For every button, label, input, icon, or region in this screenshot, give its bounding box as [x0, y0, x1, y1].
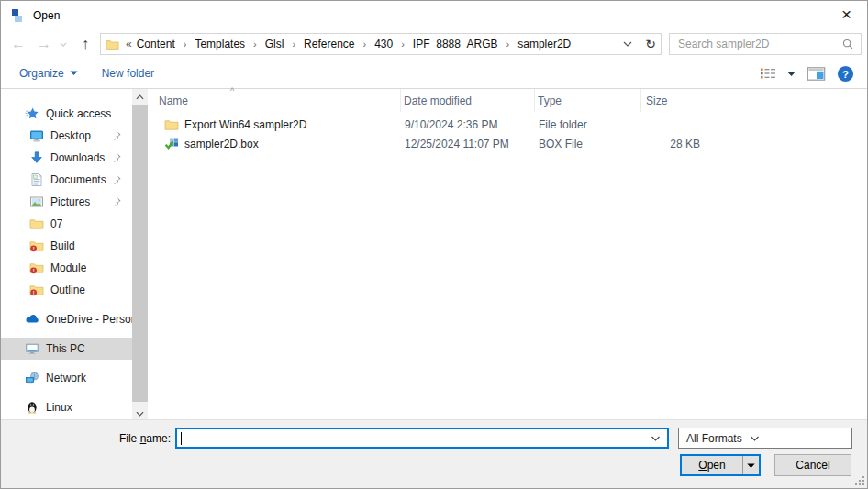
file-name-cell: Export Win64 sampler2D	[148, 117, 401, 132]
organize-label: Organize	[19, 67, 64, 80]
sidebar-item-pictures[interactable]: Pictures	[1, 191, 132, 213]
breadcrumb-item[interactable]: 430	[370, 34, 397, 54]
up-icon: ↑	[82, 36, 89, 52]
command-toolbar: Organize New folder ?	[1, 58, 867, 89]
breadcrumb-item[interactable]: Glsl	[261, 34, 289, 54]
open-label: pen	[707, 459, 726, 472]
file-size-cell: 28 KB	[641, 138, 718, 150]
pin-icon	[111, 152, 122, 163]
text-caret	[181, 432, 182, 445]
sidebar-item-label: Module	[50, 261, 86, 274]
preview-pane-button[interactable]	[807, 67, 826, 81]
sidebar-item-label: Pictures	[50, 195, 90, 208]
breadcrumb-item[interactable]: IPF_8888_ARGB	[408, 34, 503, 54]
network-icon	[25, 371, 39, 385]
help-button[interactable]: ?	[837, 65, 854, 83]
breadcrumb-item[interactable]: Templates	[190, 34, 250, 54]
crumb-separator[interactable]: ›	[397, 39, 408, 50]
chevron-down-icon	[750, 436, 760, 441]
file-type-cell: File folder	[535, 118, 641, 131]
linux-icon	[25, 400, 39, 415]
new-folder-button[interactable]: New folder	[102, 67, 154, 80]
breadcrumb-item[interactable]: Content	[132, 34, 180, 54]
file-name-text: sampler2D.box	[184, 138, 259, 150]
open-button[interactable]: Open	[682, 456, 742, 474]
sidebar-scrollbar[interactable]	[132, 89, 148, 421]
open-accesskey: O	[698, 459, 707, 472]
address-dropdown-button[interactable]	[623, 41, 632, 47]
sidebar-item-quick-access[interactable]: Quick access	[1, 103, 132, 125]
sidebar-item-label: Downloads	[50, 151, 105, 164]
details-view-icon	[760, 67, 776, 80]
sidebar-item-outline[interactable]: !Outline	[1, 279, 132, 301]
file-name-input[interactable]	[175, 428, 669, 449]
sidebar-item-module[interactable]: !Module	[1, 257, 132, 279]
sidebar-item-documents[interactable]: Documents	[1, 169, 132, 191]
up-button[interactable]: ↑	[74, 30, 96, 58]
views-dropdown-button[interactable]	[787, 72, 796, 76]
pin-icon	[111, 196, 122, 207]
sidebar-item-build[interactable]: !Build	[1, 235, 132, 257]
app-icon	[10, 8, 25, 23]
sidebar-item-network[interactable]: Network	[1, 367, 132, 389]
breadcrumb-overflow[interactable]: «	[126, 38, 132, 50]
crumb-separator[interactable]: ›	[288, 39, 299, 50]
navigation-bar: ← → ↑ « Content›Templates›Glsl›Reference…	[1, 30, 867, 58]
chevron-down-icon	[651, 436, 661, 441]
column-header-name[interactable]: Name	[148, 89, 401, 112]
sidebar-item-label: Network	[46, 372, 86, 384]
format-select[interactable]: All Formats	[678, 428, 852, 449]
crumb-separator[interactable]: ›	[180, 39, 191, 50]
refresh-icon: ↻	[645, 37, 656, 51]
sidebar-item-linux[interactable]: Linux	[1, 396, 132, 418]
sidebar-item-downloads[interactable]: Downloads	[1, 147, 132, 169]
file-name-dropdown-button[interactable]	[651, 436, 661, 441]
open-dropdown-button[interactable]	[743, 456, 759, 474]
window-title: Open	[33, 9, 60, 22]
file-name-cell: sampler2D.box	[148, 137, 401, 151]
forward-button[interactable]: →	[34, 30, 54, 58]
file-name-text: Export Win64 sampler2D	[184, 118, 306, 131]
column-header-type[interactable]: Type	[535, 89, 641, 112]
downloads-icon	[29, 150, 44, 165]
resize-grip[interactable]	[854, 475, 865, 486]
column-header-date[interactable]: Date modified	[401, 89, 535, 112]
search-input[interactable]: Search sampler2D	[669, 33, 862, 55]
open-split-button: Open	[680, 454, 761, 476]
forward-icon: →	[37, 36, 51, 52]
thispc-icon	[25, 341, 39, 356]
file-name-label-post: ame:	[146, 432, 171, 445]
folder-icon	[29, 217, 44, 231]
address-bar[interactable]: « Content›Templates›Glsl›Reference›430›I…	[100, 33, 662, 55]
chevron-up-icon	[136, 94, 144, 100]
cancel-label: Cancel	[796, 459, 829, 472]
file-row[interactable]: sampler2D.box12/25/2024 11:07 PMBOX File…	[148, 134, 867, 153]
sidebar-item-07[interactable]: 07	[1, 213, 132, 235]
views-button[interactable]	[760, 67, 776, 80]
cancel-button[interactable]: Cancel	[774, 454, 851, 476]
scroll-up-button[interactable]	[132, 89, 148, 105]
refresh-button[interactable]: ↻	[640, 34, 661, 54]
crumb-separator[interactable]: ›	[503, 39, 514, 50]
sort-ascending-icon: ^	[230, 86, 234, 95]
back-button[interactable]: ←	[8, 30, 28, 58]
column-header-size[interactable]: Size	[641, 89, 718, 112]
recent-locations-button[interactable]	[57, 30, 70, 58]
file-list: NameDate modifiedTypeSize ^ Export Win64…	[148, 89, 867, 421]
breadcrumb-item[interactable]: sampler2D	[513, 34, 575, 54]
breadcrumb-item[interactable]: Reference	[299, 34, 359, 54]
organize-button[interactable]: Organize	[19, 67, 78, 80]
svg-text:?: ?	[842, 68, 849, 79]
scrollbar-thumb[interactable]	[132, 105, 148, 402]
sidebar-item-desktop[interactable]: Desktop	[1, 125, 132, 147]
sidebar-item-this-pc[interactable]: This PC	[1, 338, 132, 360]
file-row[interactable]: Export Win64 sampler2D9/10/2024 2:36 PMF…	[148, 115, 867, 134]
crumb-separator[interactable]: ›	[250, 39, 261, 50]
file-date-cell: 12/25/2024 11:07 PM	[401, 138, 535, 150]
crumb-separator[interactable]: ›	[359, 39, 370, 50]
svg-text:!: !	[33, 246, 35, 251]
sidebar-item-onedrive[interactable]: OneDrive - Personal	[1, 308, 132, 330]
close-icon: ×	[841, 5, 851, 25]
toolbar-right-group: ?	[760, 58, 854, 89]
close-button[interactable]: ×	[826, 1, 867, 28]
